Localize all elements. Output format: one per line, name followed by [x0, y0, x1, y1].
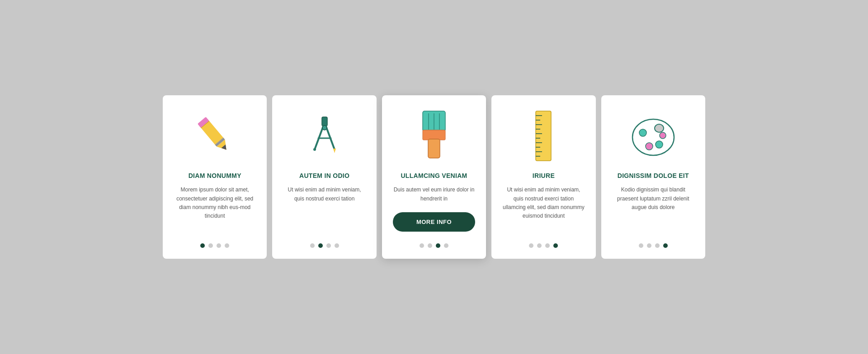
dot	[537, 243, 542, 248]
cards-container: DIAM NONUMMY Morem ipsum dolor sit amet,…	[163, 95, 705, 258]
dot	[335, 243, 339, 248]
card-3: ULLAMCING VENIAM Duis autem vel eum iriu…	[382, 95, 486, 258]
palette-icon	[626, 109, 680, 163]
dot	[208, 243, 213, 248]
card-5: DIGNISSIM DOLOE EIT Kodio dignissim qui …	[601, 95, 705, 258]
more-info-button[interactable]: MORE INFO	[393, 212, 475, 232]
card-2-text: Ut wisi enim ad minim veniam, quis nostr…	[283, 186, 365, 229]
dot	[529, 243, 533, 248]
dot	[217, 243, 221, 248]
svg-rect-15	[423, 130, 445, 140]
card-1-title: DIAM NONUMMY	[189, 172, 241, 179]
dot	[545, 243, 550, 248]
card-4-dots	[529, 239, 558, 248]
card-5-dots	[639, 239, 668, 248]
dot	[420, 243, 424, 248]
svg-point-36	[660, 132, 666, 139]
card-1-text: Morem ipsum dolor sit amet, consectetuer…	[174, 186, 256, 229]
dot	[200, 243, 205, 248]
card-5-text: Kodio dignissim qui blandit praesent lup…	[612, 186, 694, 229]
card-4-text: Ut wisi enim ad minim veniam, quis nostr…	[502, 186, 585, 229]
card-5-title: DIGNISSIM DOLOE EIT	[618, 172, 689, 179]
dot	[553, 243, 558, 248]
card-3-title: ULLAMCING VENIAM	[401, 172, 467, 179]
dot	[647, 243, 651, 248]
card-4-title: IRIURE	[533, 172, 555, 179]
svg-marker-11	[333, 149, 336, 153]
svg-point-13	[322, 126, 327, 130]
card-3-dots	[420, 239, 448, 248]
card-1: DIAM NONUMMY Morem ipsum dolor sit amet,…	[163, 95, 267, 258]
paintbrush-icon	[407, 109, 461, 163]
card-2-dots	[310, 239, 339, 248]
card-2: AUTEM IN ODIO Ut wisi enim ad minim veni…	[272, 95, 376, 258]
pencil-icon	[188, 109, 242, 163]
dot	[444, 243, 448, 248]
svg-rect-16	[428, 139, 440, 158]
dot	[663, 243, 668, 248]
svg-point-10	[313, 148, 316, 151]
svg-point-32	[655, 124, 664, 132]
dot	[655, 243, 660, 248]
card-1-dots	[200, 239, 229, 248]
svg-point-35	[656, 141, 663, 148]
dot	[639, 243, 643, 248]
dot	[310, 243, 315, 248]
card-3-text: Duis autem vel eum iriure dolor in hendr…	[393, 186, 475, 203]
dot	[428, 243, 432, 248]
svg-point-34	[646, 143, 653, 150]
compass-icon	[297, 109, 352, 163]
svg-rect-7	[322, 117, 327, 126]
dot	[318, 243, 323, 248]
dot	[326, 243, 331, 248]
svg-rect-20	[536, 111, 551, 161]
ruler-icon	[516, 109, 571, 163]
card-4: IRIURE Ut wisi enim ad minim veniam, qui…	[491, 95, 595, 258]
svg-point-31	[632, 119, 674, 155]
dot	[225, 243, 229, 248]
card-2-title: AUTEM IN ODIO	[299, 172, 349, 179]
svg-point-33	[639, 129, 646, 136]
dot	[436, 243, 440, 248]
